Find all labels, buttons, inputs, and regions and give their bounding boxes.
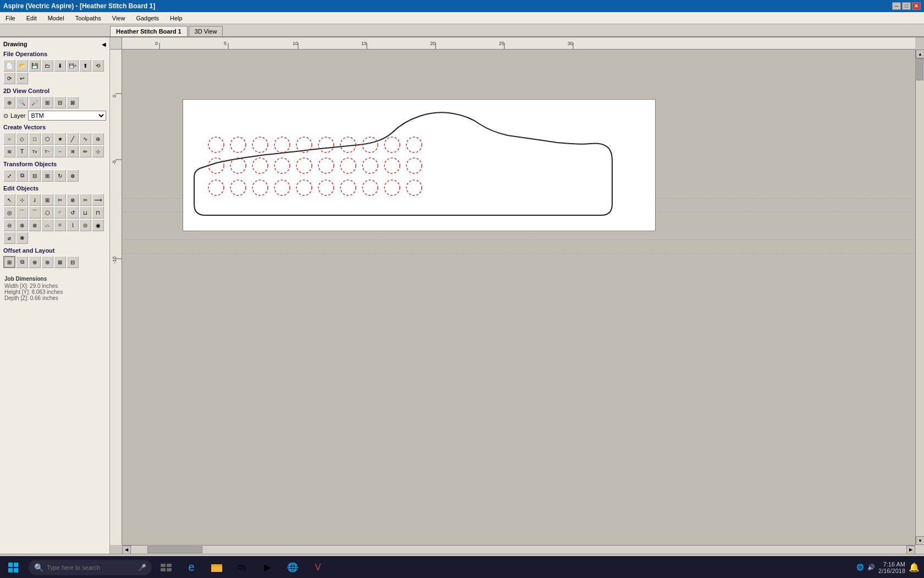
taskbar-ie[interactable]: e bbox=[179, 557, 204, 579]
menu-edit[interactable]: Edit bbox=[23, 14, 40, 23]
path-fit-tool[interactable]: ⊛ bbox=[41, 256, 53, 268]
taskbar-vectric[interactable]: V bbox=[306, 557, 330, 579]
close-button[interactable]: ✕ bbox=[912, 2, 921, 10]
subtract-tool[interactable]: ⊖ bbox=[3, 219, 15, 231]
convert-tool[interactable]: ⬡ bbox=[41, 206, 53, 219]
undo-hist-button[interactable]: ⟲ bbox=[92, 59, 104, 72]
drawing-area[interactable]: 0 5 10 15 20 25 30 bbox=[110, 37, 924, 554]
text-tool[interactable]: T bbox=[16, 145, 28, 157]
table-tool[interactable]: ⊞ bbox=[67, 145, 79, 157]
nest-tool[interactable]: ⧉ bbox=[16, 256, 28, 268]
spiral-tool[interactable]: ⊛ bbox=[92, 133, 104, 145]
scrollbar-vertical[interactable]: ▲ ▼ bbox=[915, 50, 924, 545]
unwrap-tool[interactable]: ⊟ bbox=[67, 256, 79, 268]
save-button[interactable]: 💾 bbox=[29, 59, 41, 72]
path-tool[interactable]: ⌀ bbox=[3, 232, 15, 244]
align-tool[interactable]: ⊟ bbox=[29, 170, 41, 182]
polyline-tool[interactable]: ⌇ bbox=[67, 219, 79, 231]
array-tool[interactable]: ⊕ bbox=[29, 256, 41, 268]
menu-help[interactable]: Help bbox=[167, 14, 186, 23]
taskbar-chrome[interactable]: 🌐 bbox=[280, 557, 305, 579]
menu-view[interactable]: View bbox=[109, 14, 129, 23]
start-button[interactable] bbox=[0, 557, 26, 579]
curve-edit-2[interactable]: ⌗ bbox=[54, 219, 66, 231]
new-button[interactable]: 📄 bbox=[3, 59, 15, 72]
mirror-tool[interactable]: ⊕ bbox=[67, 170, 79, 182]
break-tool[interactable]: ✂ bbox=[54, 194, 66, 206]
search-input[interactable] bbox=[47, 564, 135, 571]
intersect-tool[interactable]: ⊓ bbox=[92, 206, 104, 219]
minimize-button[interactable]: ─ bbox=[892, 2, 901, 10]
rotate-tool[interactable]: ↻ bbox=[54, 170, 66, 182]
draw-tool[interactable]: ✏ bbox=[79, 145, 91, 157]
tile-tool[interactable]: ⊠ bbox=[54, 256, 66, 268]
redo-button[interactable]: ⟳ bbox=[3, 72, 15, 84]
spin-tool[interactable]: ↺ bbox=[67, 206, 79, 219]
export-button[interactable]: ⬆ bbox=[79, 59, 91, 72]
trim-tool[interactable]: ✂ bbox=[79, 194, 91, 206]
dogbone-tool[interactable]: ⊗ bbox=[29, 219, 41, 231]
wave-tool[interactable]: ≋ bbox=[3, 145, 15, 157]
arc-tool[interactable]: ◜ bbox=[54, 206, 66, 219]
scroll-left-button[interactable]: ◀ bbox=[122, 546, 131, 554]
scrollbar-horizontal[interactable]: ◀ ▶ bbox=[122, 545, 915, 554]
zoom-in-button[interactable]: 🔍 bbox=[16, 96, 28, 108]
curve-edit-1[interactable]: ⌓ bbox=[41, 219, 53, 231]
zoom-box-button[interactable]: ⊞ bbox=[41, 96, 53, 108]
menu-model[interactable]: Model bbox=[45, 14, 68, 23]
union-tool[interactable]: ⊔ bbox=[79, 206, 91, 219]
tab-3d-view[interactable]: 3D View bbox=[189, 26, 223, 36]
scroll-down-button[interactable]: ▼ bbox=[916, 536, 924, 545]
text-vert-tool[interactable]: Tv bbox=[29, 145, 41, 157]
menu-toolpaths[interactable]: Toolpaths bbox=[72, 14, 105, 23]
taskbar-media[interactable]: ▶ bbox=[255, 557, 279, 579]
chamfer-tool[interactable]: ⌒ bbox=[29, 206, 41, 219]
taskbar-store[interactable]: 🛍 bbox=[230, 557, 254, 579]
extend-tool[interactable]: ⟶ bbox=[92, 194, 104, 206]
tab-heather-stitch[interactable]: Heather Stitch Board 1 bbox=[110, 26, 188, 36]
menu-gadgets[interactable]: Gadgets bbox=[133, 14, 162, 23]
offset-tool[interactable]: ◎ bbox=[3, 206, 15, 219]
star-tool[interactable]: ★ bbox=[54, 133, 66, 145]
menu-file[interactable]: File bbox=[2, 14, 19, 23]
taskbar-explorer[interactable] bbox=[205, 557, 229, 579]
ellipse-tool[interactable]: ◇ bbox=[16, 133, 28, 145]
move-tool[interactable]: ⤢ bbox=[3, 170, 15, 182]
join-tool[interactable]: ⊞ bbox=[41, 194, 53, 206]
dimension-tool[interactable]: ↔ bbox=[54, 145, 66, 157]
import-button[interactable]: ⬇ bbox=[54, 59, 66, 72]
panel-toggle[interactable]: ◀ bbox=[102, 41, 106, 47]
weld-tool[interactable]: ⊗ bbox=[67, 194, 79, 206]
taskbar-task-view[interactable] bbox=[154, 557, 178, 579]
contour-tool[interactable]: ◉ bbox=[92, 219, 104, 231]
save-as-button[interactable]: 💾+ bbox=[67, 59, 79, 72]
open-button[interactable]: 📂 bbox=[16, 59, 28, 72]
scroll-h-track[interactable] bbox=[131, 546, 906, 554]
canvas-background[interactable] bbox=[122, 50, 915, 545]
offset-vectors-tool[interactable]: ⊞ bbox=[3, 256, 15, 268]
xor-tool[interactable]: ⊕ bbox=[16, 219, 28, 231]
bezier-tool[interactable]: ∿ bbox=[79, 133, 91, 145]
scroll-h-thumb[interactable] bbox=[147, 546, 202, 553]
zoom-fit-button[interactable]: ⊕ bbox=[3, 96, 15, 108]
smooth-tool[interactable]: ⤸ bbox=[29, 194, 41, 206]
scroll-up-button[interactable]: ▲ bbox=[916, 50, 924, 58]
scroll-right-button[interactable]: ▶ bbox=[906, 546, 915, 554]
scroll-v-thumb[interactable] bbox=[916, 58, 923, 80]
layer-select[interactable]: BTM TOP Default bbox=[28, 111, 106, 121]
scroll-v-track[interactable] bbox=[916, 58, 924, 536]
fillet-tool[interactable]: ⌒ bbox=[16, 206, 28, 219]
zoom-out-button[interactable]: 🔎 bbox=[29, 96, 41, 108]
node-edit-tool[interactable]: ⊹ bbox=[16, 194, 28, 206]
smart-fillet[interactable]: ⊝ bbox=[79, 219, 91, 231]
text-curve-tool[interactable]: T~ bbox=[41, 145, 53, 157]
zoom-sel-button[interactable]: ⊟ bbox=[54, 96, 66, 108]
group-tool[interactable]: ⧉ bbox=[16, 170, 28, 182]
circle-tool[interactable]: ○ bbox=[3, 133, 15, 145]
select-tool[interactable]: ↖ bbox=[3, 194, 15, 206]
rect-tool[interactable]: □ bbox=[29, 133, 41, 145]
distribute-tool[interactable]: ⊞ bbox=[41, 170, 53, 182]
polygon-tool[interactable]: ⬡ bbox=[41, 133, 53, 145]
zoom-all-button[interactable]: ⊠ bbox=[67, 96, 79, 108]
snap-tool[interactable]: ⊹ bbox=[92, 145, 104, 157]
